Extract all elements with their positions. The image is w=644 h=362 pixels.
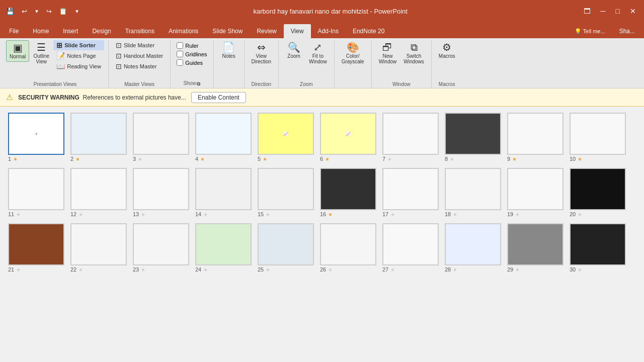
color-grayscale-button[interactable]: 🎨 Color/Grayscale (339, 40, 367, 66)
tab-review[interactable]: Review (250, 24, 283, 38)
slide-thumb-12[interactable]: 12★ (70, 168, 127, 217)
slide-thumb-24[interactable]: 24★ (195, 223, 252, 273)
ruler-checkbox[interactable]: Ruler (177, 42, 207, 49)
gridlines-input[interactable] (177, 51, 183, 57)
slide-star-6[interactable]: ★ (325, 156, 330, 162)
slide-star-5[interactable]: ★ (263, 156, 267, 162)
maximize-button[interactable]: □ (612, 6, 624, 16)
slide-thumb-25[interactable]: 25★ (258, 223, 314, 273)
slide-star-21[interactable]: ★ (16, 267, 21, 273)
tell-me[interactable]: 💡 Tell me... (568, 24, 612, 38)
slide-star-8[interactable]: ★ (450, 156, 454, 162)
slide-star-12[interactable]: ★ (78, 212, 83, 217)
notes-button[interactable]: 📄 Notes (218, 40, 240, 61)
slide-thumb-16[interactable]: 16★ (320, 168, 376, 217)
fit-to-window-button[interactable]: ⤢ Fit toWindow (306, 40, 330, 66)
tab-endnote[interactable]: EndNote 20 (346, 24, 391, 38)
slide-thumb-11[interactable]: 11★ (8, 168, 64, 217)
slide-star-29[interactable]: ★ (515, 267, 520, 273)
slide-thumb-19[interactable]: 19★ (507, 168, 564, 217)
enable-content-button[interactable]: Enable Content (191, 92, 246, 103)
slide-star-13[interactable]: ★ (141, 212, 145, 217)
customize-dropdown[interactable]: ▼ (72, 7, 82, 16)
slide-star-18[interactable]: ★ (453, 212, 457, 217)
redo-button[interactable]: ↪ (44, 6, 54, 17)
guides-input[interactable] (177, 59, 183, 66)
tab-slideshow[interactable]: Slide Show (205, 24, 250, 38)
slide-thumb-4[interactable]: 4★ (195, 113, 252, 162)
slide-thumb-10[interactable]: 10★ (570, 113, 626, 162)
slide-thumb-22[interactable]: 22★ (70, 223, 127, 273)
slide-thumb-9[interactable]: 9★ (507, 113, 564, 162)
ruler-input[interactable] (177, 42, 183, 49)
slide-star-19[interactable]: ★ (515, 212, 520, 217)
slide-thumb-3[interactable]: 3★ (133, 113, 189, 162)
slide-star-20[interactable]: ★ (578, 212, 582, 217)
minimize-button[interactable]: ─ (597, 6, 610, 16)
slide-thumb-17[interactable]: 17★ (382, 168, 439, 217)
normal-button[interactable]: ▣ Normal (6, 40, 29, 62)
slide-thumb-26[interactable]: 26★ (320, 223, 376, 273)
tab-file[interactable]: File (2, 24, 26, 38)
slide-star-17[interactable]: ★ (390, 212, 395, 217)
tab-design[interactable]: Design (85, 24, 118, 38)
tab-addins[interactable]: Add-Ins (311, 24, 346, 38)
view-direction-button[interactable]: ⇔ ViewDirection (249, 40, 274, 66)
notes-page-button[interactable]: 📝 Notes Page (53, 51, 104, 61)
slide-master-button[interactable]: ⊡ Slide Master (113, 40, 166, 50)
slide-star-11[interactable]: ★ (16, 212, 21, 217)
tab-transitions[interactable]: Transitions (118, 24, 162, 38)
outline-view-button[interactable]: ☰ OutlineView (30, 40, 52, 66)
tab-animations[interactable]: Animations (162, 24, 205, 38)
share-button[interactable]: Sha... (612, 24, 642, 38)
slide-star-14[interactable]: ★ (203, 212, 208, 217)
gridlines-checkbox[interactable]: Gridlines (177, 51, 207, 57)
slide-star-22[interactable]: ★ (78, 267, 83, 273)
slide-star-25[interactable]: ★ (266, 267, 270, 273)
close-button[interactable]: ✕ (626, 6, 640, 16)
slide-star-1[interactable]: ★ (13, 156, 18, 162)
save-button[interactable]: 💾 (4, 6, 17, 17)
switch-windows-button[interactable]: ⧉ SwitchWindows (400, 40, 427, 66)
slide-thumb-27[interactable]: 27★ (382, 223, 439, 273)
slide-thumb-13[interactable]: 13★ (133, 168, 189, 217)
slide-thumb-1[interactable]: ✦1★ (8, 113, 64, 162)
reading-view-button[interactable]: 📖 Reading View (53, 61, 104, 71)
slide-star-30[interactable]: ★ (578, 267, 582, 273)
slide-star-9[interactable]: ★ (512, 156, 517, 162)
customize-button[interactable]: 📋 (57, 6, 69, 17)
show-expand-icon[interactable]: ⧉ (197, 81, 200, 87)
slide-thumb-6[interactable]: 📈6★ (320, 113, 376, 162)
slide-star-16[interactable]: ★ (328, 212, 333, 217)
slide-thumb-8[interactable]: 8★ (445, 113, 501, 162)
slide-sorter-button[interactable]: ⊞ Slide Sorter (53, 40, 104, 50)
slide-star-7[interactable]: ★ (387, 156, 392, 162)
notes-master-button[interactable]: ⊡ Notes Master (113, 61, 166, 71)
slide-thumb-30[interactable]: 30★ (570, 223, 626, 273)
slide-star-2[interactable]: ★ (75, 156, 80, 162)
slide-thumb-14[interactable]: 14★ (195, 168, 252, 217)
restore-button[interactable]: 🗖 (580, 6, 595, 16)
undo-dropdown[interactable]: ▼ (32, 7, 41, 16)
tab-insert[interactable]: Insert (56, 24, 85, 38)
macros-button[interactable]: ⚙ Macros (436, 40, 458, 61)
slide-star-4[interactable]: ★ (200, 156, 205, 162)
slide-thumb-28[interactable]: 28★ (445, 223, 501, 273)
slide-star-15[interactable]: ★ (266, 212, 270, 217)
zoom-button[interactable]: 🔍 Zoom (283, 40, 305, 61)
new-window-button[interactable]: 🗗 NewWindow (376, 40, 400, 66)
handout-master-button[interactable]: ⊡ Handout Master (113, 51, 166, 61)
undo-button[interactable]: ↩ (20, 6, 29, 17)
slide-thumb-2[interactable]: 2★ (70, 113, 127, 162)
guides-checkbox[interactable]: Guides (177, 59, 207, 66)
slide-thumb-18[interactable]: 18★ (445, 168, 501, 217)
slide-thumb-7[interactable]: 7★ (382, 113, 439, 162)
slide-thumb-23[interactable]: 23★ (133, 223, 189, 273)
slide-thumb-29[interactable]: 29★ (507, 223, 564, 273)
slide-star-27[interactable]: ★ (390, 267, 395, 273)
slide-thumb-5[interactable]: 📈5★ (258, 113, 314, 162)
slide-star-28[interactable]: ★ (453, 267, 457, 273)
slide-star-3[interactable]: ★ (138, 156, 142, 162)
slide-star-24[interactable]: ★ (203, 267, 208, 273)
slide-star-10[interactable]: ★ (578, 156, 582, 162)
